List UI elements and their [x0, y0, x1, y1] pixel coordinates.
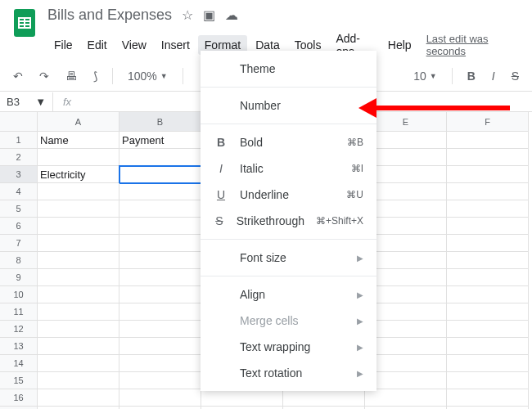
- cell[interactable]: [447, 389, 529, 407]
- menu-item-align[interactable]: Align▶: [201, 281, 376, 308]
- cell[interactable]: [119, 252, 201, 269]
- cell[interactable]: [365, 389, 447, 407]
- row-header[interactable]: 15: [0, 372, 38, 389]
- row-header[interactable]: 4: [0, 183, 38, 200]
- cell[interactable]: [365, 200, 447, 218]
- cell[interactable]: [365, 355, 447, 372]
- cell[interactable]: [119, 372, 201, 389]
- italic-button[interactable]: I: [487, 66, 500, 86]
- cell[interactable]: [365, 218, 447, 235]
- cell[interactable]: [38, 321, 119, 338]
- cell[interactable]: [447, 149, 529, 166]
- cell[interactable]: [447, 372, 529, 389]
- row-header[interactable]: 11: [0, 303, 38, 321]
- undo-button[interactable]: ↶: [8, 66, 28, 86]
- cell[interactable]: [38, 338, 119, 355]
- cell[interactable]: [119, 166, 201, 183]
- select-all-corner[interactable]: [0, 112, 38, 132]
- row-header[interactable]: 1: [0, 132, 38, 149]
- row-header[interactable]: 5: [0, 200, 38, 218]
- row-header[interactable]: 9: [0, 269, 38, 286]
- menu-view[interactable]: View: [115, 35, 153, 55]
- cell[interactable]: [38, 183, 119, 200]
- cell[interactable]: [365, 269, 447, 286]
- bold-button[interactable]: B: [462, 66, 480, 86]
- cell[interactable]: [365, 303, 447, 321]
- zoom-select[interactable]: 100% ▼: [123, 66, 173, 86]
- menu-item-text-rotation[interactable]: Text rotation▶: [201, 360, 376, 386]
- cell[interactable]: [119, 338, 201, 355]
- move-folder-icon[interactable]: ▣: [203, 7, 215, 23]
- cell[interactable]: [365, 286, 447, 303]
- cell[interactable]: [447, 338, 529, 355]
- redo-button[interactable]: ↷: [34, 66, 54, 86]
- row-header[interactable]: 12: [0, 321, 38, 338]
- menu-item-number[interactable]: Number: [201, 92, 376, 119]
- document-title[interactable]: Bills and Expenses: [47, 7, 172, 24]
- cell[interactable]: [447, 183, 529, 200]
- cell[interactable]: [283, 389, 365, 407]
- star-icon[interactable]: ☆: [182, 7, 193, 23]
- menu-help[interactable]: Help: [381, 35, 418, 55]
- cell[interactable]: [365, 149, 447, 166]
- cell[interactable]: [119, 269, 201, 286]
- row-header[interactable]: 10: [0, 286, 38, 303]
- cell[interactable]: Name: [38, 132, 119, 149]
- last-edit-link[interactable]: Last edit was seconds: [420, 29, 524, 61]
- cell[interactable]: [38, 235, 119, 252]
- row-header[interactable]: 3: [0, 166, 38, 183]
- col-header[interactable]: F: [447, 112, 529, 132]
- cell[interactable]: [365, 338, 447, 355]
- cell[interactable]: [119, 389, 201, 407]
- menu-item-underline[interactable]: UUnderline⌘U: [201, 182, 376, 208]
- cell[interactable]: [365, 321, 447, 338]
- cell[interactable]: [447, 321, 529, 338]
- row-header[interactable]: 16: [0, 389, 38, 407]
- cell[interactable]: [119, 149, 201, 166]
- row-header[interactable]: 6: [0, 218, 38, 235]
- cell[interactable]: [365, 372, 447, 389]
- menu-item-italic[interactable]: IItalic⌘I: [201, 155, 376, 182]
- strikethrough-button[interactable]: S: [507, 66, 524, 86]
- menu-item-font-size[interactable]: Font size▶: [201, 245, 376, 271]
- cell[interactable]: [38, 252, 119, 269]
- col-header[interactable]: B: [119, 112, 201, 132]
- name-box[interactable]: B3▼: [0, 92, 53, 111]
- cell[interactable]: [447, 166, 529, 183]
- cell[interactable]: [447, 303, 529, 321]
- paint-format-button[interactable]: ⟆: [88, 66, 102, 86]
- cloud-status-icon[interactable]: ☁: [225, 7, 238, 23]
- cell[interactable]: [119, 218, 201, 235]
- cell[interactable]: [119, 286, 201, 303]
- row-header[interactable]: 2: [0, 149, 38, 166]
- cell[interactable]: [365, 252, 447, 269]
- cell[interactable]: [447, 200, 529, 218]
- cell[interactable]: [447, 269, 529, 286]
- menu-insert[interactable]: Insert: [155, 35, 196, 55]
- print-button[interactable]: 🖶: [61, 66, 82, 86]
- menu-item-bold[interactable]: BBold⌘B: [201, 129, 376, 155]
- col-header[interactable]: A: [38, 112, 119, 132]
- row-header[interactable]: 8: [0, 252, 38, 269]
- cell[interactable]: [365, 183, 447, 200]
- cell[interactable]: [119, 183, 201, 200]
- cell[interactable]: [447, 218, 529, 235]
- cell[interactable]: [447, 286, 529, 303]
- cell[interactable]: [119, 303, 201, 321]
- cell[interactable]: [38, 303, 119, 321]
- cell[interactable]: [38, 286, 119, 303]
- row-header[interactable]: 13: [0, 338, 38, 355]
- cell[interactable]: [38, 355, 119, 372]
- menu-item-text-wrapping[interactable]: Text wrapping▶: [201, 334, 376, 360]
- cell[interactable]: [38, 200, 119, 218]
- font-size-select[interactable]: 10 ▼: [408, 66, 442, 86]
- cell[interactable]: [365, 235, 447, 252]
- cell[interactable]: [38, 149, 119, 166]
- cell[interactable]: [119, 200, 201, 218]
- menu-file[interactable]: File: [47, 35, 79, 55]
- cell[interactable]: [38, 218, 119, 235]
- row-header[interactable]: 7: [0, 235, 38, 252]
- menu-item-strikethrough[interactable]: SStrikethrough⌘+Shift+X: [201, 208, 376, 234]
- sheets-logo[interactable]: [8, 7, 41, 39]
- cell[interactable]: Electricity: [38, 166, 119, 183]
